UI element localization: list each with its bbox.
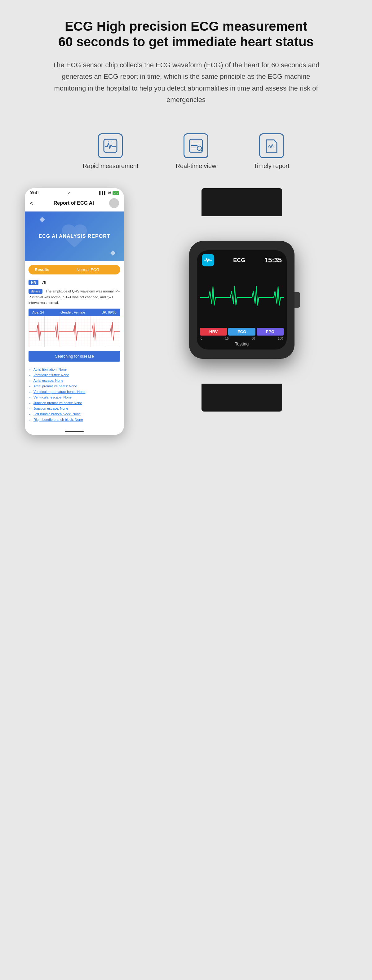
icons-row: Rapid measurement Real-time view <box>83 134 289 170</box>
watch-waveform <box>197 269 287 326</box>
main-content: 09:41 ↗ ▌▌▌ ⌘ 2G < Report of ECG AI <box>25 188 347 435</box>
timely-icon-box <box>259 134 284 158</box>
watch-bars-row: HRV ECG PPG <box>200 328 284 336</box>
watch-bar-ppg: PPG <box>257 328 284 336</box>
watch-body: ECG 15:35 HRV <box>189 241 294 359</box>
disease-list: Atrial fibrillation: None Ventricular fl… <box>25 365 124 429</box>
watch-scale-row: 0 15 60 100 <box>200 337 284 340</box>
battery-badge: 2G <box>113 191 119 195</box>
disease-item-5[interactable]: Ventricular escape: None <box>33 395 120 400</box>
disease-item-3[interactable]: Atrial premature beats: None <box>33 383 120 389</box>
realtime-view-icon <box>188 138 203 154</box>
phone-status-bar: 09:41 ↗ ▌▌▌ ⌘ 2G <box>25 188 124 196</box>
disease-item-8[interactable]: Left bundle branch block: None <box>33 411 120 417</box>
watch-ecg-symbol <box>203 256 212 264</box>
tab-results[interactable]: Results <box>29 265 56 274</box>
results-tab-row[interactable]: Results Normal ECG <box>29 265 120 274</box>
patient-age: Age: 24 <box>32 310 44 314</box>
scale-100: 100 <box>278 337 283 340</box>
watch-ecg-icon <box>202 254 214 266</box>
realtime-label: Real-time view <box>175 162 216 170</box>
watch-crown <box>294 292 300 308</box>
svg-point-7 <box>197 146 202 150</box>
watch-waveform-svg <box>200 269 284 326</box>
patient-bp: BP: 89/65 <box>102 310 116 314</box>
watch-band-bottom <box>202 383 282 412</box>
patient-info: Age: 24 Gender: Female BP: 89/65 <box>29 309 120 316</box>
hr-row: HR 79 <box>25 278 124 287</box>
disease-item-9[interactable]: Right bundle branch block: None <box>33 417 120 422</box>
main-title: ECG High precision ECG measurement 60 se… <box>46 19 326 50</box>
ecg-banner: ECG AI ANALYSIS REPORT <box>25 212 124 261</box>
status-time: 09:41 <box>30 191 39 195</box>
watch-ecg-label: ECG <box>233 257 245 264</box>
ecg-measure-icon <box>103 138 118 154</box>
hr-badge: HR <box>29 280 38 285</box>
back-button[interactable]: < <box>30 200 33 207</box>
diamond-decoration-top <box>40 217 45 222</box>
watch-band-top <box>202 188 282 216</box>
watch-header: ECG 15:35 <box>197 250 287 269</box>
disease-item-4[interactable]: Ventricular premature beats: None <box>33 389 120 395</box>
phone-nav: < Report of ECG AI <box>25 196 124 212</box>
timely-label: Timely report <box>254 162 289 170</box>
ecg-banner-text: ECG AI ANALYSIS REPORT <box>39 234 110 239</box>
watch-wrapper: ECG 15:35 HRV <box>189 213 294 387</box>
phone-screen-title: Report of ECG AI <box>38 200 109 206</box>
realtime-icon-box <box>183 134 208 158</box>
bottom-indicator <box>65 431 84 432</box>
diamond-decoration-right <box>110 251 116 256</box>
watch-screen: ECG 15:35 HRV <box>197 250 287 350</box>
disease-item-1[interactable]: Ventricular flutter: None <box>33 372 120 378</box>
watch-bottom: HRV ECG PPG 0 15 60 100 Testing <box>197 326 287 350</box>
signal-icon: ▌▌▌ <box>99 191 107 195</box>
disease-item-0[interactable]: Atrial fibrillation: None <box>33 367 120 372</box>
details-badge: details <box>29 289 43 294</box>
scale-15: 15 <box>225 337 229 340</box>
phone-bottom-bar <box>25 429 124 435</box>
watch-bar-hrv: HRV <box>200 328 227 336</box>
wifi-icon: ⌘ <box>108 191 111 195</box>
search-disease-button[interactable]: Searching for disease <box>29 351 120 362</box>
timely-report-icon <box>264 138 279 154</box>
rapid-label: Rapid measurement <box>83 162 138 170</box>
watch-container: ECG 15:35 HRV <box>137 188 347 387</box>
status-icons: ▌▌▌ ⌘ 2G <box>99 191 119 195</box>
page-wrapper: ECG High precision ECG measurement 60 se… <box>0 0 372 460</box>
details-section: details The amplitude of QRS waveform wa… <box>25 287 124 309</box>
watch-testing-label: Testing <box>200 342 284 347</box>
disease-item-2[interactable]: Atrial escape: None <box>33 378 120 383</box>
subtitle-text: The ECG sensor chip collects the ECG wav… <box>46 59 326 106</box>
feature-timely: Timely report <box>254 134 289 170</box>
disease-item-7[interactable]: Junction escape: None <box>33 406 120 411</box>
feature-rapid: Rapid measurement <box>83 134 138 170</box>
watch-bar-ecg: ECG <box>228 328 255 336</box>
hr-value: 79 <box>41 280 46 285</box>
status-arrow: ↗ <box>68 191 71 195</box>
phone-mockup: 09:41 ↗ ▌▌▌ ⌘ 2G < Report of ECG AI <box>25 188 124 435</box>
patient-gender: Gender: Female <box>60 310 85 314</box>
header-section: ECG High precision ECG measurement 60 se… <box>46 19 326 105</box>
scale-60: 60 <box>251 337 255 340</box>
rapid-icon-box <box>98 134 123 158</box>
disease-item-6[interactable]: Junction premature beats: None <box>33 400 120 406</box>
avatar <box>109 198 119 208</box>
feature-realtime: Real-time view <box>175 134 216 170</box>
ecg-chart-svg <box>29 316 120 347</box>
tab-normal[interactable]: Normal ECG <box>56 265 120 274</box>
scale-0: 0 <box>200 337 202 340</box>
watch-time: 15:35 <box>264 256 282 264</box>
ecg-chart-area <box>29 316 120 347</box>
